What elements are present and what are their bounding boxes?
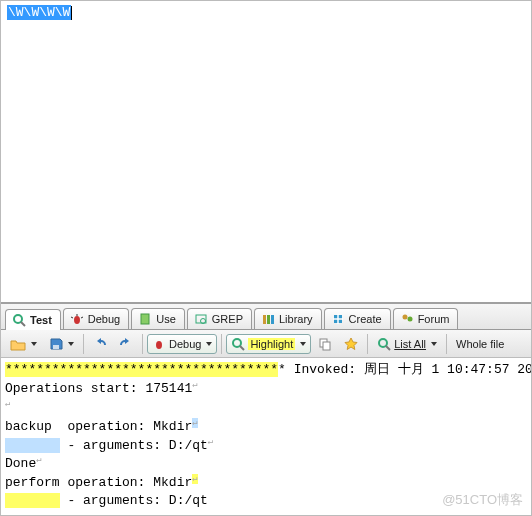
svg-rect-10 <box>267 315 270 324</box>
output-args-value-2: D:/qt <box>169 493 208 508</box>
create-icon <box>331 312 345 326</box>
svg-rect-9 <box>263 315 266 324</box>
forum-icon <box>400 312 414 326</box>
tab-label: Test <box>30 314 52 326</box>
results-output-pane[interactable]: ************************************ Inv… <box>1 358 531 516</box>
tab-library[interactable]: Library <box>254 308 322 329</box>
regex-editor-pane[interactable]: \W\W\W\W <box>1 1 531 304</box>
output-args-label-1: - arguments: <box>60 438 169 453</box>
dropdown-arrow-icon <box>431 342 437 346</box>
svg-line-1 <box>21 322 25 326</box>
editor-selected-text[interactable]: \W\W\W\W <box>7 5 71 20</box>
output-op-label-2: operation: Mkdir <box>60 476 193 491</box>
tab-label: GREP <box>212 313 243 325</box>
tab-use[interactable]: Use <box>131 308 185 329</box>
output-args-value-1: D:/qt <box>169 438 208 453</box>
svg-line-20 <box>240 346 244 350</box>
svg-point-19 <box>233 339 241 347</box>
output-stars: *********************************** <box>5 362 278 377</box>
undo-icon <box>93 337 107 351</box>
list-all-button[interactable]: List All <box>372 334 442 354</box>
output-done-label: Done <box>5 457 36 472</box>
magnifier-icon <box>12 313 26 327</box>
debug-button-label: Debug <box>169 338 201 350</box>
tab-debug[interactable]: Debug <box>63 308 129 329</box>
folder-open-icon <box>10 337 26 351</box>
svg-line-4 <box>71 317 73 318</box>
svg-point-18 <box>156 341 162 349</box>
svg-point-0 <box>14 315 22 323</box>
svg-point-23 <box>379 339 387 347</box>
svg-point-2 <box>74 316 80 324</box>
output-op-label-1: operation: Mkdir <box>60 419 193 434</box>
svg-rect-6 <box>141 314 149 324</box>
output-ops-start-value: 175141 <box>145 381 192 396</box>
output-ops-start-label: Operations start: <box>5 381 145 396</box>
tab-label: Forum <box>418 313 450 325</box>
svg-rect-22 <box>323 342 330 350</box>
toolbar-separator <box>367 334 368 354</box>
text-caret <box>71 6 72 20</box>
highlight-button[interactable]: Highlight <box>226 334 311 354</box>
library-icon <box>261 312 275 326</box>
copy-button[interactable] <box>313 334 337 354</box>
svg-point-15 <box>402 315 407 320</box>
dropdown-arrow-icon <box>206 342 212 346</box>
tab-forum[interactable]: Forum <box>393 308 459 329</box>
svg-line-5 <box>81 317 83 318</box>
tab-label: Library <box>279 313 313 325</box>
tab-strip: Test Debug Use GREP Library Create Forum <box>1 304 531 330</box>
scope-selector-label: Whole file <box>456 338 504 350</box>
magnifier-icon <box>377 337 391 351</box>
toolbar: Debug Highlight List All Whole file <box>1 330 531 358</box>
magnifier-icon <box>231 337 245 351</box>
undo-button[interactable] <box>88 334 112 354</box>
bug-icon <box>152 337 166 351</box>
grep-icon <box>194 312 208 326</box>
copy-icon <box>318 337 332 351</box>
tab-grep[interactable]: GREP <box>187 308 252 329</box>
save-icon <box>49 337 63 351</box>
toolbar-separator <box>83 334 84 354</box>
output-perform-label: perform <box>5 476 60 491</box>
toolbar-separator <box>142 334 143 354</box>
dropdown-arrow-icon <box>31 342 37 346</box>
output-backup-label: backup <box>5 419 60 434</box>
scope-selector[interactable]: Whole file <box>451 335 509 353</box>
star-icon <box>344 337 358 351</box>
save-button[interactable] <box>44 334 79 354</box>
highlight-button-label: Highlight <box>248 338 295 350</box>
redo-button[interactable] <box>114 334 138 354</box>
tab-test[interactable]: Test <box>5 309 61 330</box>
debug-button[interactable]: Debug <box>147 334 217 354</box>
favorite-button[interactable] <box>339 334 363 354</box>
toolbar-separator <box>446 334 447 354</box>
output-args-label-2: - arguments: <box>60 493 169 508</box>
svg-line-24 <box>386 346 390 350</box>
dropdown-arrow-icon <box>300 342 306 346</box>
svg-point-16 <box>407 317 412 322</box>
output-invoked-prefix: * Invoked: <box>278 362 364 377</box>
output-invoked-value: 周日 十月 1 10:47:57 2017 <box>364 362 532 377</box>
redo-icon <box>119 337 133 351</box>
svg-rect-11 <box>271 315 274 324</box>
tab-create[interactable]: Create <box>324 308 391 329</box>
list-all-button-label: List All <box>394 338 426 350</box>
use-icon <box>138 312 152 326</box>
tab-label: Create <box>349 313 382 325</box>
tab-label: Use <box>156 313 176 325</box>
tab-label: Debug <box>88 313 120 325</box>
bug-icon <box>70 312 84 326</box>
svg-rect-17 <box>53 345 59 349</box>
open-button[interactable] <box>5 334 42 354</box>
dropdown-arrow-icon <box>68 342 74 346</box>
toolbar-separator <box>221 334 222 354</box>
